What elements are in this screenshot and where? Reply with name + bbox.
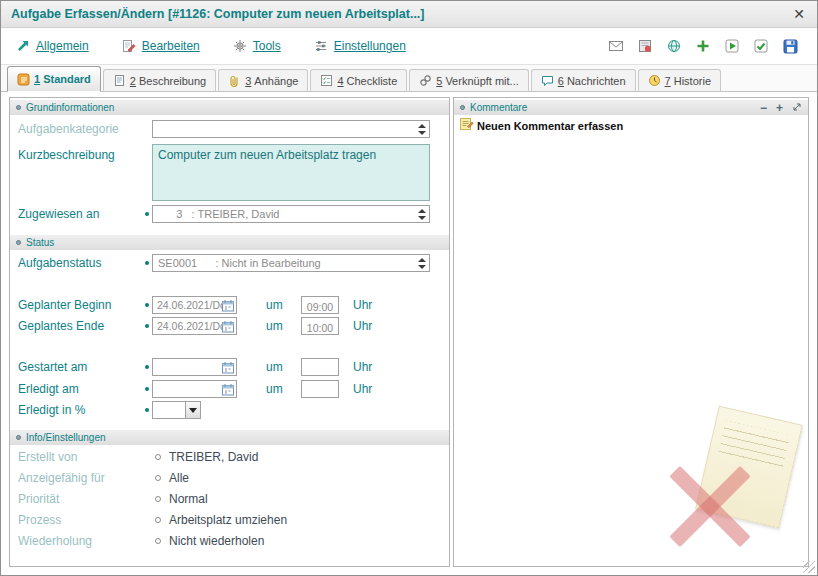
field-row-erledigt-am: Erledigt am um Uhr: [10, 380, 449, 398]
section-title: Status: [26, 237, 54, 248]
titlebar[interactable]: Aufgabe Erfassen/Ändern [#1126: Computer…: [1, 1, 817, 28]
tab-nachrichten[interactable]: 6 Nachrichten: [531, 69, 636, 92]
menu-bearbeiten[interactable]: Bearbeiten: [121, 38, 200, 54]
erstellt-von-label: Erstellt von: [18, 448, 77, 466]
combo-arrows-icon: [418, 124, 426, 135]
close-button[interactable]: ✕: [791, 6, 807, 22]
zugewiesen-an-value: 3 : TREIBER, David: [153, 206, 429, 222]
comments-panel: Kommentare − + Neuen Kommentar erfassen: [453, 97, 809, 567]
document-icon: [113, 74, 126, 87]
gestartet-am-time-input[interactable]: [301, 358, 339, 376]
geplanter-beginn-time-input[interactable]: 09:00: [301, 296, 339, 314]
tab-anhaenge[interactable]: 3 Anhänge: [218, 69, 308, 92]
aufgabenstatus-select[interactable]: SE0001 : Nicht in Bearbeitung: [152, 254, 430, 272]
tab-checkliste[interactable]: 4 Checkliste: [310, 69, 407, 92]
zugewiesen-an-select[interactable]: 3 : TREIBER, David: [152, 205, 430, 223]
readonly-circle-icon: [155, 496, 161, 502]
uhr-label: Uhr: [353, 296, 372, 314]
info-row-anzeigefaehig: Anzeigefähig für Alle: [10, 469, 449, 487]
required-dot-icon: [145, 324, 149, 328]
tab-label: Anhänge: [254, 75, 298, 87]
geplantes-ende-time-input[interactable]: 10:00: [301, 317, 339, 335]
clock-icon: [648, 74, 661, 87]
start-icon[interactable]: [724, 38, 740, 54]
erledigt-am-time-input[interactable]: [301, 380, 339, 398]
calendar-icon[interactable]: [222, 299, 234, 312]
zugewiesen-an-label: Zugewiesen an: [18, 205, 99, 223]
tab-label: Checkliste: [347, 75, 398, 87]
prozess-value: Arbeitsplatz umziehen: [169, 511, 287, 529]
field-row-aufgabenkategorie: Aufgabenkategorie: [10, 120, 449, 138]
required-dot-icon: [145, 261, 149, 265]
geplantes-ende-date-input[interactable]: 24.06.2021/Do: [152, 317, 237, 335]
erledigt-prozent-input[interactable]: [152, 401, 186, 419]
readonly-circle-icon: [155, 454, 161, 460]
tab-number: 7: [665, 75, 671, 87]
menu-einstellungen[interactable]: Einstellungen: [313, 38, 406, 54]
confirm-icon[interactable]: [753, 38, 769, 54]
calendar-icon[interactable]: [222, 320, 234, 333]
save-icon[interactable]: [782, 38, 799, 55]
kurzbeschreibung-label: Kurzbeschreibung: [18, 146, 115, 164]
form-icon: [17, 73, 30, 86]
prioritaet-label: Priorität: [18, 490, 59, 508]
field-row-gestartet-am: Gestartet am um Uhr: [10, 358, 449, 376]
expand-icon[interactable]: [792, 102, 802, 114]
export-icon[interactable]: [637, 38, 653, 54]
new-comment-label: Neuen Kommentar erfassen: [477, 120, 623, 132]
time-value: 10:00: [307, 322, 333, 334]
web-icon[interactable]: [666, 38, 682, 54]
add-comment-button[interactable]: +: [776, 102, 783, 114]
menu-label: Einstellungen: [334, 39, 406, 53]
calendar-icon[interactable]: [222, 383, 234, 396]
um-label: um: [266, 358, 283, 376]
section-bullet-icon: [16, 435, 21, 440]
tab-historie[interactable]: 7 Historie: [638, 69, 721, 92]
readonly-circle-icon: [155, 517, 161, 523]
geplanter-beginn-label: Geplanter Beginn: [18, 296, 111, 314]
add-icon[interactable]: [695, 38, 711, 54]
calendar-icon[interactable]: [222, 361, 234, 374]
kurzbeschreibung-textarea[interactable]: Computer zum neuen Arbeitsplatz tragen: [152, 144, 430, 201]
readonly-circle-icon: [155, 538, 161, 544]
email-icon[interactable]: [608, 38, 624, 54]
tab-number: 5: [436, 75, 442, 87]
resize-grip[interactable]: [803, 561, 815, 573]
new-comment-icon: [459, 116, 474, 135]
app-arrow-icon: [15, 38, 31, 54]
main-area: Grundinformationen Aufgabenkategorie Kur…: [1, 92, 817, 575]
info-row-erstellt-von: Erstellt von TREIBER, David: [10, 448, 449, 466]
speech-bubble-icon: [541, 74, 554, 87]
section-info-einstellungen: Info/Einstellungen: [10, 430, 449, 445]
watermark-note-image: [664, 414, 794, 554]
section-title: Info/Einstellungen: [26, 432, 106, 443]
field-row-geplantes-ende: Geplantes Ende 24.06.2021/Do um 10:00 Uh…: [10, 317, 449, 335]
prioritaet-value: Normal: [169, 490, 208, 508]
edit-pencil-icon: [121, 38, 137, 54]
erledigt-am-date-input[interactable]: [152, 380, 237, 398]
anzeigefaehig-label: Anzeigefähig für: [18, 469, 105, 487]
section-bullet-icon: [16, 240, 21, 245]
window-title: Aufgabe Erfassen/Ändern [#1126: Computer…: [11, 7, 791, 21]
uhr-label: Uhr: [353, 317, 372, 335]
tab-beschreibung[interactable]: 2 Beschreibung: [103, 69, 216, 92]
aufgabenkategorie-select[interactable]: [152, 120, 430, 138]
required-dot-icon: [145, 365, 149, 369]
time-value: 09:00: [307, 301, 333, 313]
new-comment-link[interactable]: Neuen Kommentar erfassen: [459, 116, 623, 135]
menu-tools[interactable]: Tools: [232, 38, 281, 54]
readonly-circle-icon: [155, 475, 161, 481]
tab-label: Standard: [43, 73, 91, 85]
gestartet-am-date-input[interactable]: [152, 358, 237, 376]
minimize-button[interactable]: −: [760, 102, 767, 114]
form-panel: Grundinformationen Aufgabenkategorie Kur…: [9, 97, 450, 567]
geplantes-ende-label: Geplantes Ende: [18, 317, 104, 335]
red-x-icon: [669, 466, 750, 547]
prozess-label: Prozess: [18, 511, 61, 529]
section-grundinformationen: Grundinformationen: [10, 100, 449, 115]
dropdown-arrow-button[interactable]: [185, 401, 201, 419]
tab-standard[interactable]: 1 Standard: [7, 66, 101, 92]
menu-allgemein[interactable]: Allgemein: [15, 38, 89, 54]
tab-verknuepft[interactable]: 5 Verknüpft mit...: [409, 69, 529, 92]
geplanter-beginn-date-input[interactable]: 24.06.2021/Do: [152, 296, 237, 314]
